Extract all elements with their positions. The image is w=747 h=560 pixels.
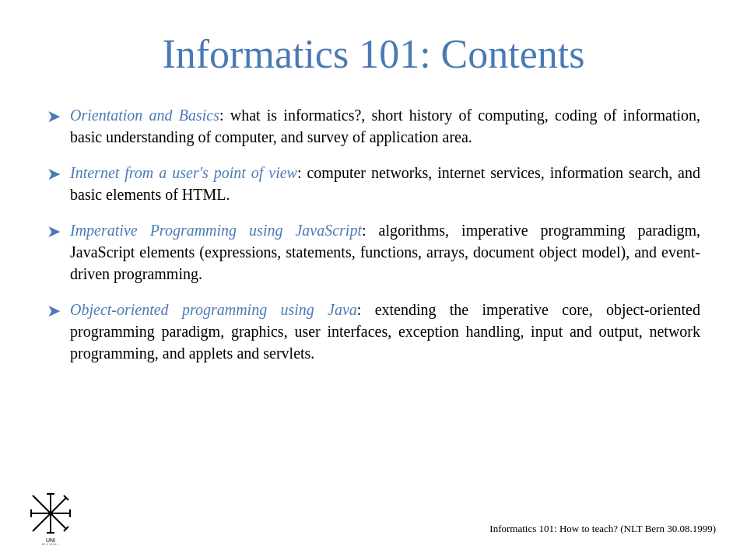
item-italic-title: Internet from a user's point of view — [70, 164, 297, 181]
item-text: Imperative Programming using JavaScript:… — [70, 219, 700, 285]
slide-container: Informatics 101: Contents ➤ Orientation … — [0, 0, 747, 560]
list-item: ➤ Imperative Programming using JavaScrip… — [47, 219, 700, 285]
list-item: ➤ Orientation and Basics: what is inform… — [47, 104, 700, 148]
bullet-arrow: ➤ — [47, 105, 61, 129]
item-italic-title: Imperative Programming using JavaScript — [70, 222, 362, 239]
item-text: Object-oriented programming using Java: … — [70, 299, 700, 364]
svg-text:UNI: UNI — [46, 537, 55, 543]
svg-line-10 — [33, 527, 37, 531]
svg-text:BASEL: BASEL — [42, 543, 60, 544]
university-logo: UNI BASEL — [23, 490, 78, 544]
list-item: ➤ Internet from a user's point of view: … — [47, 162, 700, 205]
svg-line-8 — [33, 495, 37, 500]
item-text: Orientation and Basics: what is informat… — [70, 104, 700, 148]
footer-text: Informatics 101: How to teach? (NLT Bern… — [489, 523, 716, 535]
item-italic-title: Orientation and Basics — [70, 107, 219, 124]
bullet-arrow: ➤ — [47, 163, 61, 187]
list-item: ➤ Object-oriented programming using Java… — [47, 299, 700, 364]
bullet-arrow: ➤ — [47, 220, 61, 244]
bullet-arrow: ➤ — [47, 299, 61, 324]
content-list: ➤ Orientation and Basics: what is inform… — [47, 104, 700, 364]
slide-title: Informatics 101: Contents — [47, 31, 700, 77]
item-italic-title: Object-oriented programming using Java — [70, 301, 357, 318]
item-text: Internet from a user's point of view: co… — [70, 162, 700, 205]
